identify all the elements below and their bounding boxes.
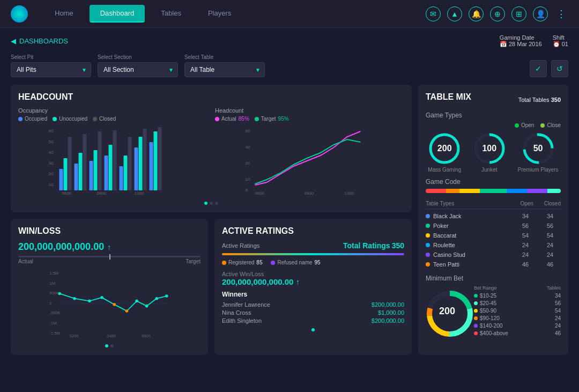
- svg-text:-1.5M: -1.5M: [50, 331, 60, 336]
- pit-select[interactable]: All Pits: [11, 62, 91, 77]
- svg-rect-15: [105, 156, 108, 190]
- svg-text:40: 40: [246, 145, 250, 150]
- r-dot-1[interactable]: [311, 328, 315, 331]
- donut-chart: 200: [426, 290, 469, 332]
- min-bet-content: 200 Bet Range Tables $10-25 34: [426, 285, 561, 336]
- table-mix-title: TABLE MIX: [426, 92, 471, 102]
- table-mix-header: TABLE MIX Total Tables 350: [426, 92, 561, 107]
- svg-rect-9: [75, 164, 78, 190]
- table-type-roulette: Roulette 24 24: [426, 240, 561, 250]
- svg-text:1M: 1M: [50, 281, 55, 286]
- wl-dot-1[interactable]: [105, 344, 108, 347]
- circle-mass-gaming-ring: 200: [428, 132, 461, 165]
- svg-point-55: [165, 294, 168, 298]
- table-type-teen-patti: Teen Patti 46 46: [426, 260, 561, 269]
- table-label: Select Table: [184, 54, 265, 60]
- legend-close: Close: [540, 122, 561, 128]
- svg-rect-23: [143, 129, 147, 190]
- svg-text:0200: 0200: [70, 334, 78, 338]
- svg-point-49: [100, 296, 103, 299]
- ratings-bar: [222, 253, 404, 255]
- headcount-chart-title: Headcount: [215, 107, 404, 114]
- nav-players[interactable]: Players: [197, 5, 242, 23]
- table-filter: Select Table All Table: [184, 54, 265, 77]
- winloss-title: WIN/LOSS: [18, 226, 201, 236]
- svg-point-53: [145, 305, 149, 308]
- occupancy-chart-svg: 60 50 40 30 20 10: [18, 126, 207, 196]
- breadcrumb-back[interactable]: ◀ DASHBOARDS: [11, 37, 68, 45]
- bet-row-0: $10-25 34: [474, 293, 561, 299]
- grid-icon[interactable]: ⊕: [490, 6, 505, 21]
- occupancy-title: Occupancy: [18, 107, 207, 114]
- legend-unoccupied: Unoccupied: [53, 116, 87, 122]
- svg-point-48: [88, 300, 91, 303]
- wl-dot-2[interactable]: [110, 344, 114, 347]
- svg-text:10: 10: [246, 177, 250, 182]
- nav-icons: ✉ ▲ 🔔 ⊕ ⊞ 👤 ⋮: [426, 6, 568, 22]
- legend-registered: Registered 85: [222, 260, 262, 265]
- active-ratings-card: ACTIVE RATINGS Active Ratings Total Rati…: [214, 219, 412, 355]
- filter-actions: ✓ ↺: [530, 60, 568, 77]
- breadcrumb: ◀ DASHBOARDS Gaming Date 📅 28 Mar 2016 S…: [11, 34, 568, 48]
- active-ratings-header: Active Ratings Total Ratings 350: [222, 241, 404, 250]
- svg-text:1300: 1300: [345, 191, 354, 196]
- table-select[interactable]: All Table: [184, 62, 265, 77]
- confirm-button[interactable]: ✓: [530, 60, 547, 77]
- svg-text:60: 60: [49, 129, 54, 134]
- active-ratings-label: Active Ratings: [222, 242, 259, 249]
- svg-point-47: [73, 297, 76, 300]
- legend-target: Target 95%: [255, 116, 289, 122]
- dot-3[interactable]: [215, 202, 218, 205]
- bet-row-1: $20-45 56: [474, 300, 561, 306]
- game-types-legend: Open Close: [426, 122, 561, 128]
- table-types-list: Black Jack 34 34 Poker 56 56 Baccarat 54…: [426, 211, 561, 269]
- section-filter: Select Section All Section: [98, 54, 178, 77]
- table-type-poker: Poker 56 56: [426, 221, 561, 231]
- alert-icon[interactable]: ▲: [447, 6, 462, 21]
- svg-text:50: 50: [49, 139, 54, 144]
- bell-icon[interactable]: 🔔: [469, 6, 484, 21]
- svg-text:20: 20: [49, 172, 54, 176]
- svg-text:1300: 1300: [135, 191, 144, 196]
- winners-list: Jennifer Lawrence $200,000.00 Nina Cross…: [222, 301, 404, 324]
- refresh-button[interactable]: ↺: [551, 60, 568, 77]
- svg-text:0: 0: [246, 188, 248, 193]
- active-winloss-title: Active Win/Loss: [222, 271, 404, 277]
- legend-actual: Actual 85%: [215, 116, 249, 122]
- bet-row-3: $90-120 24: [474, 315, 561, 321]
- svg-rect-20: [128, 137, 132, 190]
- bet-row-2: $50-90 54: [474, 308, 561, 314]
- winloss-svg: 1.5M 1M 500K 0 -500K -1M -1.5M: [18, 269, 201, 338]
- headcount-grid: Occupancy Occupied Unoccupied: [18, 107, 404, 197]
- more-icon[interactable]: ⋮: [554, 6, 568, 22]
- section-select-wrapper: All Section: [98, 62, 178, 77]
- svg-point-46: [58, 292, 61, 295]
- svg-rect-11: [83, 134, 87, 190]
- svg-text:60: 60: [246, 129, 250, 134]
- dot-2[interactable]: [210, 202, 213, 205]
- mail-icon[interactable]: ✉: [426, 6, 441, 21]
- table-type-blackjack: Black Jack 34 34: [426, 211, 561, 221]
- dot-1[interactable]: [204, 202, 207, 205]
- winner-row-0: Jennifer Lawrence $200,000.00: [222, 301, 404, 308]
- svg-rect-18: [120, 166, 123, 190]
- ratings-legend: Registered 85 Refused name 95: [222, 260, 404, 265]
- headcount-dots: [18, 202, 404, 205]
- nav-tables[interactable]: Tables: [150, 5, 192, 23]
- nav-home[interactable]: Home: [44, 5, 84, 23]
- occupancy-chart: Occupancy Occupied Unoccupied: [18, 107, 207, 197]
- game-code-title: Game Code: [426, 178, 561, 186]
- table-icon[interactable]: ⊞: [511, 6, 526, 21]
- occupancy-legend: Occupied Unoccupied Closed: [18, 116, 207, 122]
- nav-dashboard[interactable]: Dashboard: [90, 5, 145, 23]
- target-bar-container: [18, 256, 201, 257]
- bottom-row: WIN/LOSS 200,000,000,000.00 ↑ Actual Tar…: [11, 219, 412, 355]
- section-select[interactable]: All Section: [98, 62, 178, 77]
- user-icon[interactable]: 👤: [533, 6, 548, 21]
- headcount-svg: 60 40 20 10 0 0600 0900 130: [215, 126, 404, 196]
- bet-row-5: $400-above 46: [474, 330, 561, 336]
- svg-text:0600: 0600: [62, 191, 72, 196]
- min-bet-title: Minimum Bet: [426, 275, 561, 282]
- svg-rect-22: [139, 137, 143, 190]
- pit-filter: Select Pit All Pits: [11, 54, 91, 77]
